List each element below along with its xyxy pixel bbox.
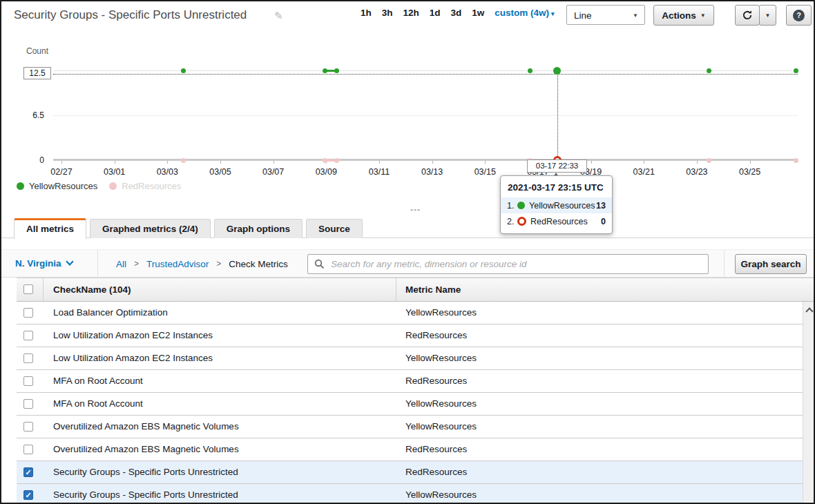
checkname-cell: Load Balancer Optimization: [53, 302, 168, 323]
cloudwatch-metrics-panel: Security Groups - Specific Ports Unrestr…: [0, 0, 815, 504]
metric-name-cell: RedResources: [405, 461, 467, 483]
x-tick-label: 03/03: [146, 167, 188, 177]
x-tick-label: 03/07: [253, 167, 294, 177]
row-checkbox[interactable]: ✓: [23, 490, 33, 500]
column-separator: [43, 278, 44, 301]
metric-name-cell: RedResources: [405, 370, 467, 391]
gridline: [53, 70, 798, 71]
x-axis-hover-label: 03-17 22:33: [527, 159, 587, 173]
table-row[interactable]: MFA on Root AccountYellowResources: [17, 393, 804, 416]
x-tick-label: 03/21: [623, 167, 664, 177]
chevron-down-icon: [66, 258, 73, 265]
toolbar-divider: [97, 250, 98, 278]
x-tick-label: 02/27: [41, 167, 82, 177]
checkname-cell: Low Utilization Amazon EC2 Instances: [53, 324, 213, 346]
table-row[interactable]: MFA on Root AccountRedResources: [17, 370, 804, 393]
x-tick-label: 03/01: [94, 167, 135, 177]
checkname-cell: MFA on Root Account: [53, 393, 143, 414]
table-row[interactable]: Overutilized Amazon EBS Magnetic Volumes…: [17, 438, 804, 461]
tooltip-row: 2.RedResources0: [501, 213, 612, 229]
metric-name-cell: RedResources: [405, 438, 467, 460]
x-tick-label: 03/15: [464, 167, 506, 177]
metric-name-cell: RedResources: [405, 324, 467, 346]
row-checkbox[interactable]: [23, 308, 33, 318]
checkname-cell: Security Groups - Specific Ports Unrestr…: [53, 461, 238, 483]
data-point: [181, 68, 186, 73]
tab-source[interactable]: Source: [306, 219, 363, 238]
row-checkbox[interactable]: [23, 399, 33, 409]
checkname-cell: Low Utilization Amazon EC2 Instances: [53, 347, 213, 369]
metrics-table-body: Load Balancer OptimizationYellowResource…: [17, 302, 804, 504]
x-tick-label: 03/23: [676, 167, 718, 177]
row-checkbox[interactable]: [23, 422, 33, 432]
breadcrumb: All>TrustedAdvisor>Check Metrics: [116, 250, 288, 278]
table-row[interactable]: Overutilized Amazon EBS Magnetic Volumes…: [17, 416, 804, 438]
table-row[interactable]: ✓Security Groups - Specific Ports Unrest…: [17, 461, 804, 484]
metric-name-cell: YellowResources: [405, 416, 477, 437]
chart-resize-handle[interactable]: ---: [410, 205, 421, 215]
metrics-tabs: All metricsGraphed metrics (2/4)Graph op…: [14, 218, 363, 238]
metric-name-cell: YellowResources: [405, 393, 477, 414]
breadcrumb-trustedadvisor[interactable]: TrustedAdvisor: [146, 259, 209, 269]
x-axis-line: [53, 159, 798, 161]
series-marker-icon: [517, 202, 525, 209]
tab-graphed-metrics-2-4[interactable]: Graphed metrics (2/4): [90, 219, 211, 238]
tooltip-row-index: 2.: [507, 217, 517, 226]
row-checkbox[interactable]: ✓: [23, 467, 33, 477]
row-checkbox[interactable]: [23, 376, 33, 386]
tab-graph-options[interactable]: Graph options: [214, 219, 303, 238]
hovered-data-point: [553, 67, 561, 75]
y-tick-label: 6.5: [25, 110, 44, 120]
tooltip-series-value: 0: [601, 217, 606, 226]
checkname-cell: MFA on Root Account: [53, 370, 143, 391]
line-chart[interactable]: 06.51302/2703/0103/0303/0503/0703/0903/1…: [1, 1, 814, 250]
table-row[interactable]: Low Utilization Amazon EC2 InstancesYell…: [17, 347, 804, 370]
data-point: [528, 68, 533, 73]
chart-tooltip: 2021-03-17 23:15 UTC 1.YellowResources13…: [500, 175, 613, 234]
metric-name-cell: YellowResources: [405, 484, 477, 504]
table-row[interactable]: ✓Security Groups - Specific Ports Unrest…: [17, 484, 804, 504]
graph-search-button[interactable]: Graph search: [735, 254, 807, 274]
tab-all-metrics[interactable]: All metrics: [14, 218, 86, 239]
tooltip-series-name: YellowResources: [529, 201, 596, 211]
metric-name-cell: YellowResources: [405, 302, 477, 323]
checkname-cell: Overutilized Amazon EBS Magnetic Volumes: [53, 416, 239, 437]
legend-dot-icon: [17, 182, 24, 190]
table-scrollbar[interactable]: [803, 302, 815, 501]
breadcrumb-separator-icon: >: [216, 259, 221, 269]
checkname-column-header[interactable]: CheckName (104): [53, 278, 131, 301]
row-checkbox[interactable]: [23, 445, 33, 454]
table-row[interactable]: Low Utilization Amazon EC2 InstancesRedR…: [17, 324, 804, 347]
x-tick-label: 03/11: [358, 167, 400, 177]
table-row[interactable]: Load Balancer OptimizationYellowResource…: [17, 302, 804, 324]
data-point: [707, 68, 711, 73]
region-selector[interactable]: N. Virginia: [15, 250, 73, 278]
row-checkbox[interactable]: [23, 353, 33, 363]
legend-label: RedResources: [122, 181, 181, 191]
chart-legend: YellowResourcesRedResources: [17, 181, 181, 191]
metrics-toolbar: N. Virginia All>TrustedAdvisor>Check Met…: [1, 249, 814, 278]
breadcrumb-all[interactable]: All: [116, 259, 126, 269]
legend-item-redresources[interactable]: RedResources: [109, 181, 181, 191]
legend-label: YellowResources: [29, 181, 97, 191]
tooltip-series-name: RedResources: [530, 217, 601, 226]
row-checkbox[interactable]: [23, 331, 33, 340]
metric-name-column-header[interactable]: Metric Name: [405, 278, 461, 301]
metric-search-input[interactable]: [329, 258, 702, 270]
select-all-checkbox[interactable]: [23, 284, 33, 294]
metric-search-box: [307, 254, 709, 274]
data-point: [323, 68, 327, 73]
legend-item-yellowresources[interactable]: YellowResources: [17, 181, 97, 191]
data-point: [334, 68, 339, 73]
legend-dot-icon: [109, 182, 117, 190]
data-point: [334, 158, 339, 163]
y-tick-label: 0: [25, 155, 44, 165]
y-axis-hover-value: 12.5: [23, 67, 51, 79]
checkname-cell: Security Groups - Specific Ports Unrestr…: [53, 484, 238, 504]
tooltip-row: 1.YellowResources13: [501, 197, 612, 213]
hover-crosshair-h: [53, 74, 798, 75]
data-point: [794, 158, 798, 163]
series-marker-icon: [517, 217, 526, 226]
hover-crosshair-v: [557, 74, 558, 160]
x-tick-label: 03/13: [412, 167, 453, 177]
